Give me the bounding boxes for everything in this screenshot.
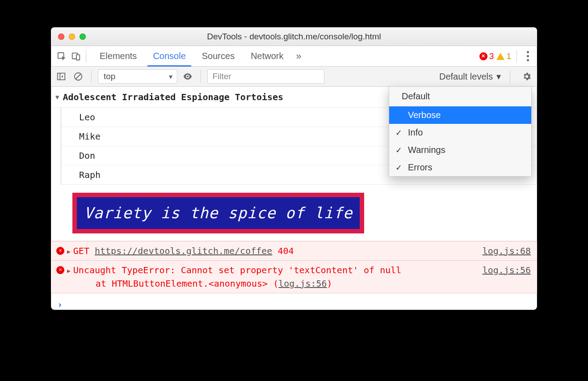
log-level-selector[interactable]: Default levels ▾ xyxy=(437,71,504,82)
error-icon xyxy=(56,266,64,274)
chevron-down-icon: ▾ xyxy=(169,72,172,81)
log-level-label: Default levels xyxy=(439,72,493,82)
check-icon: ✓ xyxy=(394,145,403,155)
close-window-button[interactable] xyxy=(58,34,64,40)
divider xyxy=(86,50,86,63)
error-count: 3 xyxy=(489,51,494,61)
check-icon: ✓ xyxy=(394,163,403,173)
check-icon: ✓ xyxy=(394,128,403,138)
devtools-tabstrip: Elements Console Sources Network » 3 1 xyxy=(51,46,537,67)
more-options-icon[interactable] xyxy=(527,51,529,61)
titlebar: DevTools - devtools.glitch.me/console/lo… xyxy=(51,27,537,46)
request-url-link[interactable]: https://devtools.glitch.me/coffee xyxy=(95,246,272,256)
styled-log-row: Variety is the spice of life xyxy=(51,185,537,241)
traffic-lights xyxy=(58,34,86,40)
select-element-icon[interactable] xyxy=(55,49,69,64)
warning-icon xyxy=(496,53,504,60)
chevron-down-icon: ▾ xyxy=(496,71,501,82)
tab-network[interactable]: Network xyxy=(243,46,291,66)
group-title: Adolescent Irradiated Espionage Tortoise… xyxy=(63,90,283,104)
tabs-overflow-icon[interactable]: » xyxy=(296,51,302,62)
styled-log-message: Variety is the spice of life xyxy=(72,193,364,233)
menu-item-errors[interactable]: ✓ Errors xyxy=(389,159,531,176)
divider xyxy=(91,70,92,83)
console-prompt[interactable]: › xyxy=(51,293,537,316)
warning-count-badge[interactable]: 1 xyxy=(496,51,511,61)
live-expression-icon[interactable] xyxy=(181,70,194,83)
clear-console-icon[interactable] xyxy=(71,70,85,83)
error-message: GET https://devtools.glitch.me/coffee 40… xyxy=(73,244,532,258)
triangle-down-icon: ▼ xyxy=(55,93,59,102)
svg-point-5 xyxy=(187,76,189,77)
log-levels-menu: Default Verbose ✓ Info ✓ Warnings ✓ Erro… xyxy=(389,86,532,177)
triangle-right-icon[interactable]: ▶ xyxy=(67,267,71,275)
window-title: DevTools - devtools.glitch.me/console/lo… xyxy=(51,32,537,42)
divider xyxy=(510,70,510,83)
menu-item-warnings[interactable]: ✓ Warnings xyxy=(389,141,531,159)
stack-link[interactable]: log.js:56 xyxy=(278,278,327,289)
context-label: top xyxy=(104,72,115,81)
menu-default[interactable]: Default xyxy=(389,87,531,106)
error-count-badge[interactable]: 3 xyxy=(479,51,494,61)
console-settings-icon[interactable] xyxy=(520,70,533,83)
error-icon xyxy=(479,52,487,60)
minimize-window-button[interactable] xyxy=(69,34,75,40)
menu-item-info[interactable]: ✓ Info xyxy=(389,124,531,141)
tab-elements[interactable]: Elements xyxy=(92,46,145,66)
warning-count: 1 xyxy=(506,51,511,61)
error-icon xyxy=(56,247,64,255)
triangle-right-icon[interactable]: ▶ xyxy=(67,247,71,256)
status-badges: 3 1 xyxy=(479,50,533,63)
error-message: Uncaught TypeError: Cannot set property … xyxy=(73,263,532,290)
source-link[interactable]: log.js:56 xyxy=(483,263,531,277)
tab-sources[interactable]: Sources xyxy=(194,46,243,66)
devtools-window: DevTools - devtools.glitch.me/console/lo… xyxy=(51,27,537,310)
console-error-row: ▶ Uncaught TypeError: Cannot set propert… xyxy=(51,261,537,293)
menu-item-verbose[interactable]: Verbose xyxy=(389,106,531,124)
console-error-row: ▶ GET https://devtools.glitch.me/coffee … xyxy=(51,241,537,261)
filter-placeholder: Filter xyxy=(212,72,231,81)
divider xyxy=(201,70,201,83)
filter-input[interactable]: Filter xyxy=(207,69,324,84)
panel-tabs: Elements Console Sources Network xyxy=(92,46,292,66)
toggle-device-toolbar-icon[interactable] xyxy=(69,49,83,64)
execution-context-selector[interactable]: top ▾ xyxy=(98,69,177,84)
source-link[interactable]: log.js:68 xyxy=(483,244,531,258)
divider xyxy=(517,50,517,63)
console-toolbar: top ▾ Filter Default levels ▾ xyxy=(51,67,537,87)
zoom-window-button[interactable] xyxy=(80,34,86,40)
svg-rect-2 xyxy=(76,55,80,60)
tab-console[interactable]: Console xyxy=(145,46,193,66)
toggle-console-sidebar-icon[interactable] xyxy=(55,70,68,83)
